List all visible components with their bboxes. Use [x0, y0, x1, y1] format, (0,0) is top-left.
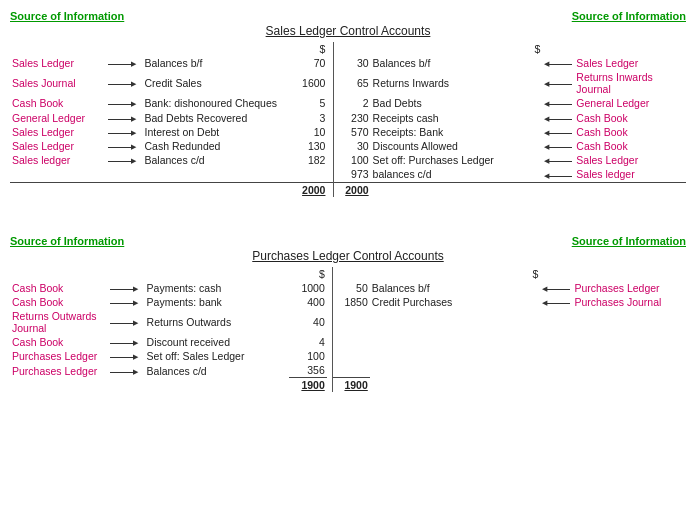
purchases-left-dollar: $ — [289, 267, 326, 281]
purchases-left-row-3: Cash Book Discount received 4 — [10, 335, 686, 349]
spacer — [10, 217, 686, 235]
purchases-left-row-5: Purchases Ledger Balances c/d 356 — [10, 363, 686, 378]
purchases-ledger-table: $ $ Cash Book Payments: cash 1000 50 Bal… — [10, 267, 686, 393]
arrow-left-icon — [544, 128, 572, 138]
arrow-right-icon — [110, 352, 138, 362]
purchases-title: Purchases Ledger Control Accounts — [10, 249, 686, 263]
sales-left-row-1: Sales Journal Credit Sales 1600 65 Retur… — [10, 70, 686, 96]
sales-right-dollar-left — [333, 42, 370, 56]
purchases-left-row-2: Returns Outwards Journal Returns Outward… — [10, 309, 686, 335]
sales-right-dollar: $ — [509, 42, 543, 56]
sales-left-total: 2000 — [290, 182, 327, 197]
sales-right-row-7: 973 balances c/d Sales ledger — [10, 167, 686, 182]
sales-left-dollar: $ — [290, 42, 327, 56]
arrow-left-icon — [542, 298, 570, 308]
arrow-right-icon — [110, 318, 138, 328]
arrow-right-icon — [110, 367, 138, 377]
purchases-right-total: 1900 — [332, 378, 369, 393]
arrow-left-icon — [544, 142, 572, 152]
purchases-right-dollar: $ — [507, 267, 541, 281]
purchases-left-row-4: Purchases Ledger Set off: Sales Ledger 1… — [10, 349, 686, 363]
arrow-right-icon — [108, 156, 136, 166]
sales-ledger-table: $ $ Sales Ledger Balances b/f 70 30 Bala… — [10, 42, 686, 197]
purchases-left-source-label: Source of Information — [10, 235, 124, 247]
sales-left-row-6: Sales ledger Balances c/d 182 100 Set of… — [10, 153, 686, 167]
arrow-right-icon — [108, 114, 136, 124]
arrow-right-icon — [108, 99, 136, 109]
purchases-left-row-0: Cash Book Payments: cash 1000 50 Balance… — [10, 281, 686, 295]
sales-left-row-3: General Ledger Bad Debts Recovered 3 230… — [10, 110, 686, 124]
purchases-total-row: 1900 1900 — [10, 378, 686, 393]
arrow-left-icon — [544, 59, 572, 69]
sales-dollar-header-row: $ $ — [10, 42, 686, 56]
arrow-right-icon — [110, 284, 138, 294]
arrow-left-icon — [544, 99, 572, 109]
sales-top-corners: Source of Information Source of Informat… — [10, 10, 686, 22]
purchases-left-row-1: Cash Book Payments: bank 400 1850 Credit… — [10, 295, 686, 309]
sales-right-source-label: Source of Information — [572, 10, 686, 22]
sales-left-row-4: Sales Ledger Interest on Debt 10 570 Rec… — [10, 125, 686, 139]
arrow-left-icon — [544, 156, 572, 166]
purchases-section: Source of Information Source of Informat… — [10, 235, 686, 393]
purchases-left-total: 1900 — [289, 378, 326, 393]
arrow-right-icon — [108, 128, 136, 138]
arrow-right-icon — [110, 338, 138, 348]
sales-left-row-2: Cash Book Bank: dishonoured Cheques 5 2 … — [10, 96, 686, 110]
sales-left-row-5: Sales Ledger Cash Redunded 130 30 Discou… — [10, 139, 686, 153]
arrow-left-icon — [544, 79, 572, 89]
sales-left-source-label: Source of Information — [10, 10, 124, 22]
sales-section: Source of Information Source of Informat… — [10, 10, 686, 197]
purchases-right-dollar-left — [332, 267, 369, 281]
arrow-right-icon — [108, 79, 136, 89]
arrow-left-icon — [544, 114, 572, 124]
arrow-right-icon — [108, 142, 136, 152]
arrow-right-icon — [110, 298, 138, 308]
purchases-right-source-label: Source of Information — [572, 235, 686, 247]
arrow-right-icon — [108, 59, 136, 69]
arrow-left-icon — [542, 284, 570, 294]
purchases-dollar-header-row: $ $ — [10, 267, 686, 281]
sales-title: Sales Ledger Control Accounts — [10, 24, 686, 38]
arrow-left-icon — [544, 171, 572, 181]
sales-right-total: 2000 — [333, 182, 370, 197]
sales-left-row-0: Sales Ledger Balances b/f 70 30 Balances… — [10, 56, 686, 70]
sales-total-row: 2000 2000 — [10, 182, 686, 197]
purchases-top-corners: Source of Information Source of Informat… — [10, 235, 686, 247]
